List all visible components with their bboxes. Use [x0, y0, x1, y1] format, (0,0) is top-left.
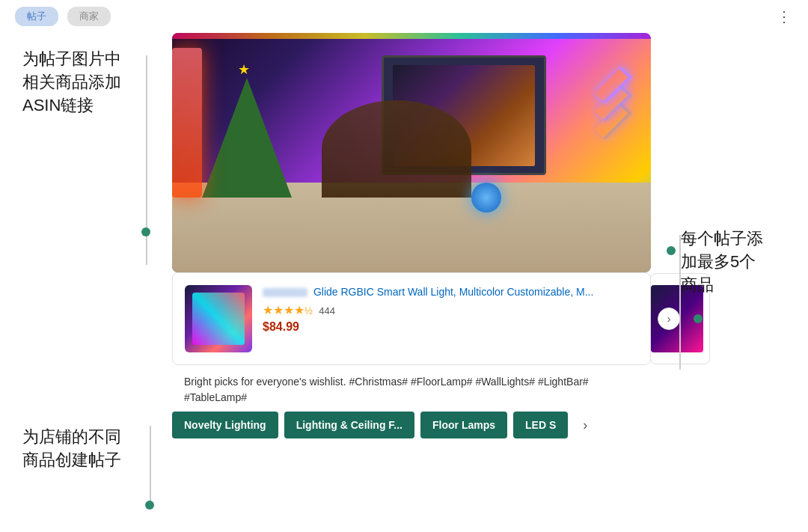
product-card: Glide RGBIC Smart Wall Light, Multicolor… [172, 272, 651, 365]
product-stars: ★★★★ [263, 304, 304, 317]
tag-lighting-ceiling[interactable]: Lighting & Ceiling F... [284, 412, 414, 438]
tab-merchant[interactable]: 商家 [67, 7, 111, 26]
content-row: 为帖子图片中相关商品添加ASIN链接 [0, 33, 808, 446]
next-arrow-button[interactable]: › [658, 308, 680, 330]
product-image-led [192, 293, 245, 345]
product-rating-count: 444 [319, 305, 335, 317]
people-silhouette [322, 100, 471, 198]
tags-area: Novelty Lighting Lighting & Ceiling F...… [172, 412, 651, 446]
right-annotation-text: 每个帖子添加最多5个商品 [681, 227, 786, 296]
center-content: ★ Glide RGBIC Smart Wall Light, Multico [157, 33, 666, 446]
bottom-left-annotation: 为店铺的不同商品创建帖子 [22, 426, 161, 472]
product-rating-row: ★★★★½ 444 [263, 303, 638, 317]
tag-novelty-lighting[interactable]: Novelty Lighting [172, 412, 278, 438]
product-price: $84.99 [263, 320, 638, 334]
hero-image: ★ [172, 33, 651, 272]
right-annotation: 每个帖子添加最多5个商品 [666, 33, 786, 446]
product-section: Glide RGBIC Smart Wall Light, Multicolor… [172, 272, 651, 446]
tags-next-arrow[interactable]: › [574, 412, 596, 438]
content-wrapper: 为帖子图片中相关商品添加ASIN链接 [0, 33, 808, 532]
left-annotation-top: 为帖子图片中相关商品添加ASIN链接 [22, 33, 157, 446]
annotation-dot-right [667, 246, 676, 255]
annotation-dot-3 [145, 501, 154, 510]
blue-orb [471, 183, 501, 213]
tag-led-partial[interactable]: LED S [513, 412, 568, 438]
xmas-star: ★ [238, 61, 250, 78]
top-bar: 帖子 商家 ⋮ [0, 0, 808, 33]
annotation-line-2 [679, 235, 681, 370]
floor-lamp-glow [172, 48, 202, 198]
xmas-tree [202, 78, 292, 198]
product-title: Glide RGBIC Smart Wall Light, Multicolor… [263, 285, 638, 299]
product-brand-blur [263, 288, 307, 297]
product-info: Glide RGBIC Smart Wall Light, Multicolor… [263, 285, 638, 334]
more-options-icon[interactable]: ⋮ [777, 7, 793, 25]
post-caption: Bright picks for everyone's wishlist. #C… [172, 365, 651, 412]
product-title-text: Glide RGBIC Smart Wall Light, Multicolor… [313, 286, 593, 298]
tag-floor-lamps[interactable]: Floor Lamps [420, 412, 507, 438]
annotation-line-3 [150, 426, 151, 508]
hero-scene: ★ [172, 33, 651, 272]
annotation-dot-1 [141, 227, 150, 236]
annotation-text-top: 为帖子图片中相关商品添加ASIN链接 [22, 48, 157, 117]
led-strip-top [172, 33, 651, 39]
bottom-left-annotation-text: 为店铺的不同商品创建帖子 [22, 426, 161, 472]
neon-chevrons [595, 78, 632, 129]
top-bar-tabs: 帖子 商家 [15, 7, 111, 26]
tab-posts[interactable]: 帖子 [15, 7, 58, 26]
product-image [185, 285, 252, 352]
product-half-star: ½ [304, 305, 313, 317]
